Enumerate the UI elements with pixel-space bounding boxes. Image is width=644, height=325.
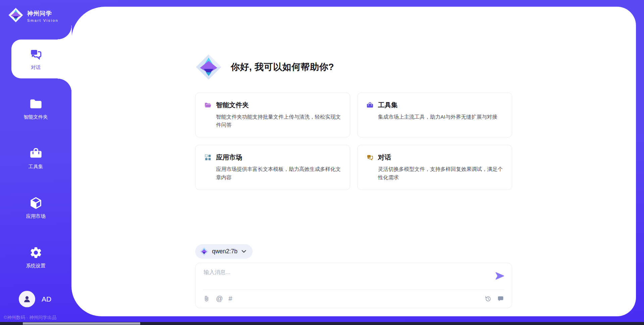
sidebar-item-smart-folder[interactable]: 智能文件夹 [0,89,71,128]
message-input[interactable] [204,269,485,288]
card-title: 对话 [378,153,391,162]
app-logo-icon [195,54,222,80]
tab-curve-top [58,25,72,40]
folder-open-icon [204,102,212,109]
grid-icon [204,154,212,161]
card-desc: 集成市场上主流工具，助力AI与外界无缝扩展与对接 [378,113,503,121]
model-selector[interactable]: qwen2:7b [195,244,253,259]
sidebar-item-app-market[interactable]: 应用市场 [0,188,71,227]
sidebar-item-chat[interactable]: 对话 [0,40,71,78]
model-name: qwen2:7b [212,248,237,255]
avatar [19,291,35,307]
history-icon[interactable] [484,295,491,302]
cube-icon [29,196,43,210]
gear-icon [29,246,43,259]
sidebar-item-label: 系统设置 [26,263,46,269]
sidebar: 神州问学 Smart Vision 对话 智能文件夹 [0,0,71,325]
sidebar-item-label: 应用市场 [26,213,46,219]
main-panel: 你好, 我可以如何帮助你? 智能文件夹 智能文件夹功能支持批量文件上传与清洗，轻… [71,7,636,316]
greeting-title: 你好, 我可以如何帮助你? [231,61,334,73]
chat-icon [366,154,374,161]
sidebar-item-label: 对话 [31,64,41,71]
chevron-down-icon [241,250,246,253]
card-title: 应用市场 [216,153,242,162]
greeting: 你好, 我可以如何帮助你? [195,54,512,80]
user-name: AD [42,295,51,303]
card-chat[interactable]: 对话 灵活切换多模型文件，支持多样回复效果调试，满足个性化需求 [357,145,512,190]
sidebar-item-toolset[interactable]: 工具集 [0,139,71,178]
brand-subtitle: Smart Vision [27,18,58,22]
sidebar-item-settings[interactable]: 系统设置 [0,238,71,277]
send-icon[interactable] [494,271,505,281]
brand-name: 神州问学 [27,9,58,17]
scrollbar-thumb[interactable] [23,322,140,325]
user-account[interactable]: AD [19,291,51,307]
card-app-market[interactable]: 应用市场 应用市场提供丰富长文本模板，助力高效生成多样化文章内容 [195,145,350,190]
chat-icon [29,48,43,61]
feature-cards: 智能文件夹 智能文件夹功能支持批量文件上传与清洗，轻松实现文件问答 工具集 集 [195,92,512,190]
hashtag-icon[interactable]: # [228,295,232,302]
card-desc: 应用市场提供丰富长文本模板，助力高效生成多样化文章内容 [216,165,341,181]
card-title: 智能文件夹 [216,101,249,110]
card-desc: 灵活切换多模型文件，支持多样回复效果调试，满足个性化需求 [378,165,503,181]
sidebar-item-label: 智能文件夹 [23,114,48,120]
sidebar-item-label: 工具集 [29,164,43,170]
chat-bubble-icon[interactable] [497,295,504,302]
horizontal-scrollbar[interactable] [0,322,644,325]
briefcase-icon [366,102,374,109]
toolbox-icon [29,147,43,160]
brand: 神州问学 Smart Vision [8,7,58,24]
message-composer: @ # [195,263,512,308]
attachment-icon[interactable] [203,295,210,302]
folder-icon [29,97,43,111]
card-smart-folder[interactable]: 智能文件夹 智能文件夹功能支持批量文件上传与清洗，轻松实现文件问答 [195,92,350,137]
copyright-text: ©神州数码 · 神州问学出品 [4,315,56,321]
card-desc: 智能文件夹功能支持批量文件上传与清洗，轻松实现文件问答 [216,113,341,129]
model-logo-icon [200,247,209,256]
mention-icon[interactable]: @ [216,295,223,302]
card-title: 工具集 [378,101,398,110]
brand-logo-icon [8,7,23,24]
card-toolset[interactable]: 工具集 集成市场上主流工具，助力AI与外界无缝扩展与对接 [357,92,512,137]
